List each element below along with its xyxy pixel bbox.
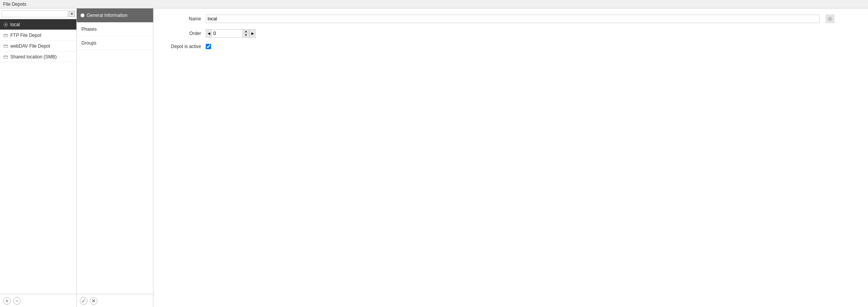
sidebar-footer: + − [0,294,76,307]
sidebar: ▾ local [0,8,77,307]
name-row: Name [163,15,859,23]
sidebar-item-smb-label: Shared location (SMB) [10,54,57,60]
sidebar-item-webdav-label: webDAV File Depot [10,43,50,49]
svg-point-1 [5,24,7,25]
svg-rect-2 [4,34,8,37]
sidebar-item-local-label: local [10,22,20,27]
add-depot-button[interactable]: + [3,297,11,305]
order-next-button[interactable]: ▶ [249,29,256,38]
remove-depot-button[interactable]: − [13,297,21,305]
nav-item-groups[interactable]: Groups [77,36,153,50]
svg-rect-10 [4,56,8,58]
order-decrement-button[interactable]: ▼ [243,33,249,37]
svg-point-5 [5,34,6,35]
smb-icon [3,54,8,60]
sidebar-item-list: local FTP File Depot [0,19,76,294]
nav-item-phases-label: Phases [81,27,97,32]
nav-confirm-button[interactable]: ✓ [80,297,87,305]
nav-cancel-button[interactable]: ✕ [90,297,97,305]
order-prev-button[interactable]: ◀ [206,29,212,38]
search-dropdown-btn[interactable]: ▾ [69,11,75,17]
nav-item-phases[interactable]: Phases [77,22,153,36]
name-label: Name [163,16,201,22]
sidebar-item-local[interactable]: local [0,19,76,30]
nav-footer: ✓ ✕ [77,294,153,307]
name-input[interactable] [206,15,820,23]
order-wrapper: ◀ ▲ ▼ ▶ [206,29,256,38]
nav-panel: General Information Phases Groups ✓ ✕ [77,8,153,307]
active-row: Depot is active [163,44,859,49]
content-area: Name Order ◀ ▲ ▼ ▶ [153,8,868,307]
svg-point-13 [5,56,6,56]
search-input[interactable] [2,10,68,17]
name-reset-button[interactable] [826,15,834,23]
main-area: ▾ local [0,8,868,307]
order-increment-button[interactable]: ▲ [243,30,249,33]
title-text: File Depots [3,2,26,7]
svg-point-12 [5,56,5,56]
sidebar-item-webdav[interactable]: webDAV File Depot [0,41,76,51]
order-row: Order ◀ ▲ ▼ ▶ [163,29,859,38]
sidebar-item-smb[interactable]: Shared location (SMB) [0,51,76,62]
webdav-icon [3,43,8,49]
svg-point-9 [5,45,6,45]
order-input[interactable] [212,29,243,38]
ftp-icon [3,33,8,38]
sidebar-item-ftp[interactable]: FTP File Depot [0,30,76,41]
active-label: Depot is active [163,44,201,49]
nav-header-label: General Information [87,13,127,18]
order-label: Order [163,31,201,36]
local-icon [3,22,8,27]
svg-point-8 [5,45,5,45]
svg-rect-6 [4,45,8,48]
app-title: File Depots [0,0,868,8]
order-spinner: ▲ ▼ [243,29,249,38]
active-checkbox[interactable] [206,44,211,49]
nav-item-groups-label: Groups [81,40,96,46]
header-dot-icon [81,13,84,17]
nav-panel-header: General Information [77,8,153,22]
sidebar-search-bar: ▾ [0,8,76,19]
sidebar-item-ftp-label: FTP File Depot [10,33,41,38]
svg-point-4 [5,34,5,35]
